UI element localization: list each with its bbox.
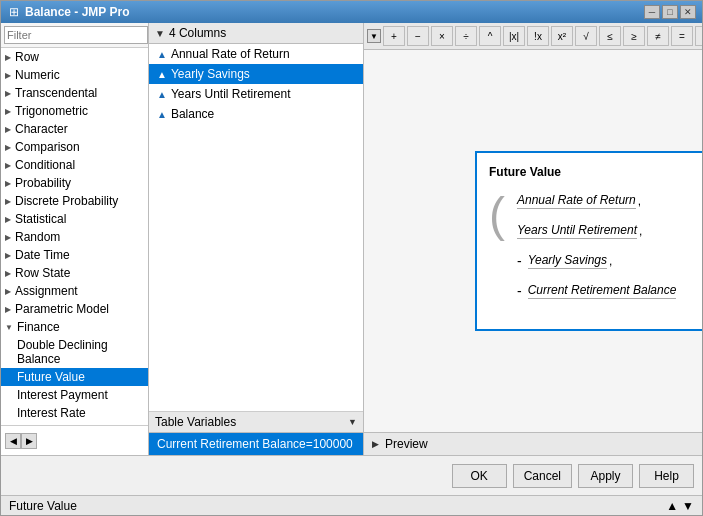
formula-row-1: Annual Rate of Return , xyxy=(513,191,702,211)
formula-row-3: - Yearly Savings , xyxy=(513,251,702,271)
formula-abs-button[interactable]: |x| xyxy=(503,26,525,46)
func-double-declining[interactable]: Double Declining Balance xyxy=(1,336,148,368)
status-icons: ▲ ▼ xyxy=(666,499,694,513)
formula-le-button[interactable]: ≤ xyxy=(599,26,621,46)
category-label: Row State xyxy=(15,266,70,280)
column-annual-rate[interactable]: ▲ Annual Rate of Return xyxy=(149,44,363,64)
preview-label: Preview xyxy=(385,437,428,451)
category-label: Discrete Probability xyxy=(15,194,118,208)
columns-header: ▼ 4 Columns xyxy=(149,23,363,44)
category-label: Parametric Model xyxy=(15,302,109,316)
status-icon-1: ▲ xyxy=(666,499,678,513)
apply-button[interactable]: Apply xyxy=(578,464,633,488)
category-parametric[interactable]: ▶ Parametric Model xyxy=(1,300,148,318)
table-var-current-retirement[interactable]: Current Retirement Balance=100000 xyxy=(149,433,363,455)
category-row[interactable]: ▶ Row xyxy=(1,48,148,66)
column-icon: ▲ xyxy=(157,109,167,120)
minimize-button[interactable]: ─ xyxy=(644,5,660,19)
left-bottom: ◀ ▶ xyxy=(1,425,148,455)
formula-and-button[interactable]: & xyxy=(695,26,702,46)
category-random[interactable]: ▶ Random xyxy=(1,228,148,246)
formula-ge-button[interactable]: ≥ xyxy=(623,26,645,46)
formula-power-button[interactable]: ^ xyxy=(479,26,501,46)
category-rowstate[interactable]: ▶ Row State xyxy=(1,264,148,282)
maximize-button[interactable]: □ xyxy=(662,5,678,19)
category-conditional[interactable]: ▶ Conditional xyxy=(1,156,148,174)
column-icon: ▲ xyxy=(157,69,167,80)
category-comparison[interactable]: ▶ Comparison xyxy=(1,138,148,156)
formula-comma-3: , xyxy=(609,254,612,268)
formula-sqrt-button[interactable]: √ xyxy=(575,26,597,46)
category-statistical[interactable]: ▶ Statistical xyxy=(1,210,148,228)
formula-eq-button[interactable]: = xyxy=(671,26,693,46)
category-label: Conditional xyxy=(15,158,75,172)
columns-expand-icon: ▼ xyxy=(155,28,165,39)
formula-subtract-button[interactable]: − xyxy=(407,26,429,46)
scroll-right-button[interactable]: ▶ xyxy=(21,433,37,449)
category-label: Random xyxy=(15,230,60,244)
category-character[interactable]: ▶ Character xyxy=(1,120,148,138)
category-label: Character xyxy=(15,122,68,136)
expand-icon: ▶ xyxy=(5,215,11,224)
category-finance[interactable]: ▼ Finance xyxy=(1,318,148,336)
main-content: 🔍 ▶ Row ▶ Numeric ▶ Transcendental ▶ Tri… xyxy=(1,23,702,455)
formula-divide-button[interactable]: ÷ xyxy=(455,26,477,46)
column-yearly-savings[interactable]: ▲ Yearly Savings xyxy=(149,64,363,84)
formula-param-4: Current Retirement Balance xyxy=(528,283,677,299)
func-interest-rate[interactable]: Interest Rate xyxy=(1,404,148,422)
category-transcendental[interactable]: ▶ Transcendental xyxy=(1,84,148,102)
formula-menu-button[interactable]: ▼ xyxy=(367,29,381,43)
category-assignment[interactable]: ▶ Assignment xyxy=(1,282,148,300)
func-future-value[interactable]: Future Value xyxy=(1,368,148,386)
category-discrete-probability[interactable]: ▶ Discrete Probability xyxy=(1,192,148,210)
preview-expand-icon[interactable]: ▶ xyxy=(372,439,379,449)
formula-multiply-button[interactable]: × xyxy=(431,26,453,46)
help-button[interactable]: Help xyxy=(639,464,694,488)
formula-ne-button[interactable]: ≠ xyxy=(647,26,669,46)
column-icon: ▲ xyxy=(157,49,167,60)
formula-sq-button[interactable]: x² xyxy=(551,26,573,46)
expand-icon: ▶ xyxy=(5,143,11,152)
formula-not-button[interactable]: !x xyxy=(527,26,549,46)
expand-icon: ▶ xyxy=(5,251,11,260)
formula-toolbar: ▼ + − × ÷ ^ |x| !x x² √ ≤ ≥ ≠ = & | ~ ? … xyxy=(364,23,702,50)
category-label: Comparison xyxy=(15,140,80,154)
column-label: Yearly Savings xyxy=(171,67,250,81)
expand-icon: ▶ xyxy=(5,125,11,134)
function-list: ▶ Row ▶ Numeric ▶ Transcendental ▶ Trigo… xyxy=(1,48,148,425)
cancel-button[interactable]: Cancel xyxy=(513,464,572,488)
formula-param-2: Years Until Retirement xyxy=(517,223,637,239)
expand-icon: ▶ xyxy=(5,305,11,314)
scroll-left-button[interactable]: ◀ xyxy=(5,433,21,449)
column-label: Balance xyxy=(171,107,214,121)
ok-button[interactable]: OK xyxy=(452,464,507,488)
column-icon: ▲ xyxy=(157,89,167,100)
formula-area: Future Value ( Annual Rate of Return , Y… xyxy=(364,50,702,432)
category-datetime[interactable]: ▶ Date Time xyxy=(1,246,148,264)
filter-input[interactable] xyxy=(4,26,148,44)
category-label: Row xyxy=(15,50,39,64)
formula-param-1: Annual Rate of Return xyxy=(517,193,636,209)
category-label: Transcendental xyxy=(15,86,97,100)
main-window: ⊞ Balance - JMP Pro ─ □ ✕ 🔍 ▶ Row ▶ Nume… xyxy=(0,0,703,516)
column-years-until[interactable]: ▲ Years Until Retirement xyxy=(149,84,363,104)
close-button[interactable]: ✕ xyxy=(680,5,696,19)
columns-header-label: 4 Columns xyxy=(169,26,226,40)
func-interest-payment[interactable]: Interest Payment xyxy=(1,386,148,404)
formula-title: Future Value xyxy=(489,165,702,179)
formula-row-2: Years Until Retirement , xyxy=(513,221,702,241)
table-vars-header[interactable]: Table Variables ▼ xyxy=(149,412,363,433)
expand-icon: ▶ xyxy=(5,161,11,170)
expand-icon: ▶ xyxy=(5,197,11,206)
formula-comma-2: , xyxy=(639,224,642,238)
category-probability[interactable]: ▶ Probability xyxy=(1,174,148,192)
status-bar: Future Value ▲ ▼ xyxy=(1,495,702,515)
column-balance[interactable]: ▲ Balance xyxy=(149,104,363,124)
formula-box: Future Value ( Annual Rate of Return , Y… xyxy=(475,151,702,331)
status-text: Future Value xyxy=(9,499,77,513)
formula-add-button[interactable]: + xyxy=(383,26,405,46)
expand-icon: ▶ xyxy=(5,107,11,116)
category-numeric[interactable]: ▶ Numeric xyxy=(1,66,148,84)
middle-panel: ▼ 4 Columns ▲ Annual Rate of Return ▲ Ye… xyxy=(149,23,364,455)
category-trigonometric[interactable]: ▶ Trigonometric xyxy=(1,102,148,120)
